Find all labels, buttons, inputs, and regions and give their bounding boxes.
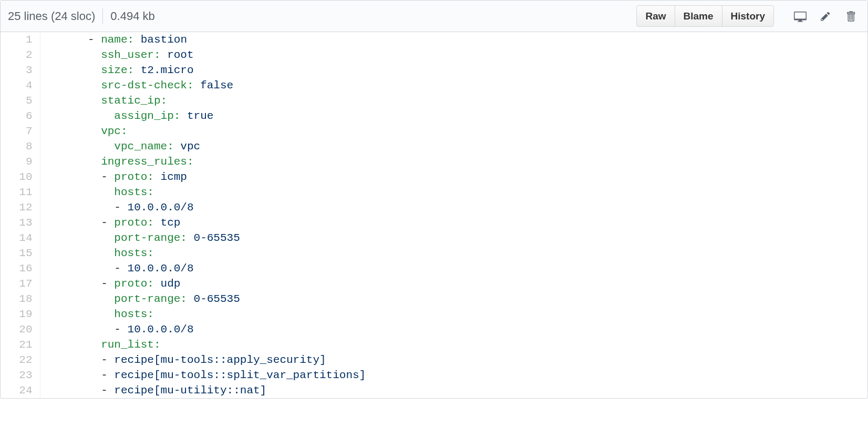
code-row: 20 - 10.0.0.0/8 xyxy=(1,322,867,337)
code-row: 15 hosts: xyxy=(1,246,867,261)
line-number[interactable]: 1 xyxy=(1,32,40,47)
yaml-key: run_list: xyxy=(101,339,160,351)
code-row: 11 hosts: xyxy=(1,185,867,200)
yaml-key: proto: xyxy=(114,217,160,229)
code-row: 8 vpc_name: vpc xyxy=(1,139,867,154)
code-line[interactable]: vpc_name: vpc xyxy=(40,139,867,154)
raw-button[interactable]: Raw xyxy=(636,5,675,27)
code-line[interactable]: hosts: xyxy=(40,246,867,261)
line-number[interactable]: 11 xyxy=(1,185,40,200)
code-line[interactable]: vpc: xyxy=(40,124,867,139)
code-row: 1 - name: bastion xyxy=(1,32,867,47)
yaml-key: vpc_name: xyxy=(114,140,180,153)
code-line[interactable]: - recipe[mu-tools::split_var_partitions] xyxy=(40,368,867,383)
yaml-value: recipe[mu-tools::split_var_partitions] xyxy=(114,369,366,381)
code-line[interactable]: - name: bastion xyxy=(40,32,867,47)
file-info: 25 lines (24 sloc) 0.494 kb xyxy=(8,8,155,24)
line-number[interactable]: 15 xyxy=(1,246,40,261)
code-line[interactable]: run_list: xyxy=(40,337,867,352)
yaml-dash: - xyxy=(114,323,127,336)
code-line[interactable]: - proto: icmp xyxy=(40,169,867,185)
line-number[interactable]: 19 xyxy=(1,307,40,322)
code-line[interactable]: src-dst-check: false xyxy=(40,78,867,93)
yaml-key: src-dst-check: xyxy=(101,79,200,92)
code-line[interactable]: ingress_rules: xyxy=(40,154,867,169)
code-line[interactable]: - 10.0.0.0/8 xyxy=(40,261,867,276)
history-button[interactable]: History xyxy=(722,5,774,27)
code-line[interactable]: - recipe[mu-utility::nat] xyxy=(40,383,867,398)
code-row: 5 static_ip: xyxy=(1,93,867,108)
code-line[interactable]: ssh_user: root xyxy=(40,47,867,63)
code-row: 12 - 10.0.0.0/8 xyxy=(1,200,867,215)
code-line[interactable]: hosts: xyxy=(40,185,867,200)
yaml-value: udp xyxy=(161,278,181,290)
line-number[interactable]: 9 xyxy=(1,154,40,169)
yaml-value: tcp xyxy=(161,217,181,229)
code-line[interactable]: - 10.0.0.0/8 xyxy=(40,322,867,337)
yaml-key: hosts: xyxy=(114,247,154,259)
file-box: 25 lines (24 sloc) 0.494 kb Raw Blame Hi… xyxy=(0,0,868,399)
code-line[interactable]: static_ip: xyxy=(40,93,867,108)
trash-icon[interactable] xyxy=(841,7,860,26)
line-number[interactable]: 8 xyxy=(1,139,40,154)
line-number[interactable]: 6 xyxy=(1,108,40,124)
pencil-icon[interactable] xyxy=(816,7,835,26)
line-number[interactable]: 2 xyxy=(1,47,40,63)
code-row: 7 vpc: xyxy=(1,124,867,139)
line-number[interactable]: 13 xyxy=(1,215,40,230)
line-number[interactable]: 24 xyxy=(1,383,40,398)
yaml-key: port-range: xyxy=(114,232,193,244)
yaml-value: icmp xyxy=(161,171,187,183)
line-number[interactable]: 3 xyxy=(1,63,40,78)
line-number[interactable]: 23 xyxy=(1,368,40,383)
button-group: Raw Blame History xyxy=(636,5,774,27)
code-line[interactable]: - proto: tcp xyxy=(40,215,867,230)
yaml-value: 0-65535 xyxy=(194,293,240,305)
yaml-dash: - xyxy=(101,171,114,183)
yaml-key: assign_ip: xyxy=(114,110,187,122)
yaml-key: size: xyxy=(101,64,141,76)
code-area: 1 - name: bastion2 ssh_user: root3 size:… xyxy=(1,32,867,398)
code-line[interactable]: size: t2.micro xyxy=(40,63,867,78)
line-number[interactable]: 21 xyxy=(1,337,40,352)
code-row: 10 - proto: icmp xyxy=(1,169,867,185)
yaml-value: recipe[mu-tools::apply_security] xyxy=(114,354,326,366)
separator xyxy=(102,8,103,24)
line-number[interactable]: 17 xyxy=(1,276,40,291)
line-number[interactable]: 4 xyxy=(1,78,40,93)
code-line[interactable]: - recipe[mu-tools::apply_security] xyxy=(40,352,867,368)
yaml-value: vpc xyxy=(180,140,200,153)
yaml-value: 0-65535 xyxy=(194,232,240,244)
line-number[interactable]: 14 xyxy=(1,230,40,246)
code-line[interactable]: hosts: xyxy=(40,307,867,322)
code-line[interactable]: port-range: 0-65535 xyxy=(40,291,867,307)
code-row: 2 ssh_user: root xyxy=(1,47,867,63)
code-line[interactable]: - 10.0.0.0/8 xyxy=(40,200,867,215)
yaml-value: bastion xyxy=(141,34,187,46)
code-row: 22 - recipe[mu-tools::apply_security] xyxy=(1,352,867,368)
yaml-dash: - xyxy=(101,369,114,381)
line-number[interactable]: 10 xyxy=(1,169,40,185)
code-row: 3 size: t2.micro xyxy=(1,63,867,78)
line-number[interactable]: 12 xyxy=(1,200,40,215)
code-line[interactable]: - proto: udp xyxy=(40,276,867,291)
code-row: 23 - recipe[mu-tools::split_var_partitio… xyxy=(1,368,867,383)
yaml-key: port-range: xyxy=(114,293,193,305)
line-number[interactable]: 18 xyxy=(1,291,40,307)
code-row: 17 - proto: udp xyxy=(1,276,867,291)
line-number[interactable]: 22 xyxy=(1,352,40,368)
line-number[interactable]: 16 xyxy=(1,261,40,276)
line-number[interactable]: 20 xyxy=(1,322,40,337)
yaml-key: name: xyxy=(101,34,141,46)
yaml-value: t2.micro xyxy=(141,64,194,76)
code-line[interactable]: port-range: 0-65535 xyxy=(40,230,867,246)
line-number[interactable]: 7 xyxy=(1,124,40,139)
blame-button[interactable]: Blame xyxy=(675,5,722,27)
line-number[interactable]: 5 xyxy=(1,93,40,108)
code-line[interactable]: assign_ip: true xyxy=(40,108,867,124)
yaml-dash: - xyxy=(114,262,127,275)
file-header: 25 lines (24 sloc) 0.494 kb Raw Blame Hi… xyxy=(1,1,867,32)
code-row: 18 port-range: 0-65535 xyxy=(1,291,867,307)
yaml-key: hosts: xyxy=(114,186,154,198)
desktop-icon[interactable] xyxy=(791,7,810,26)
